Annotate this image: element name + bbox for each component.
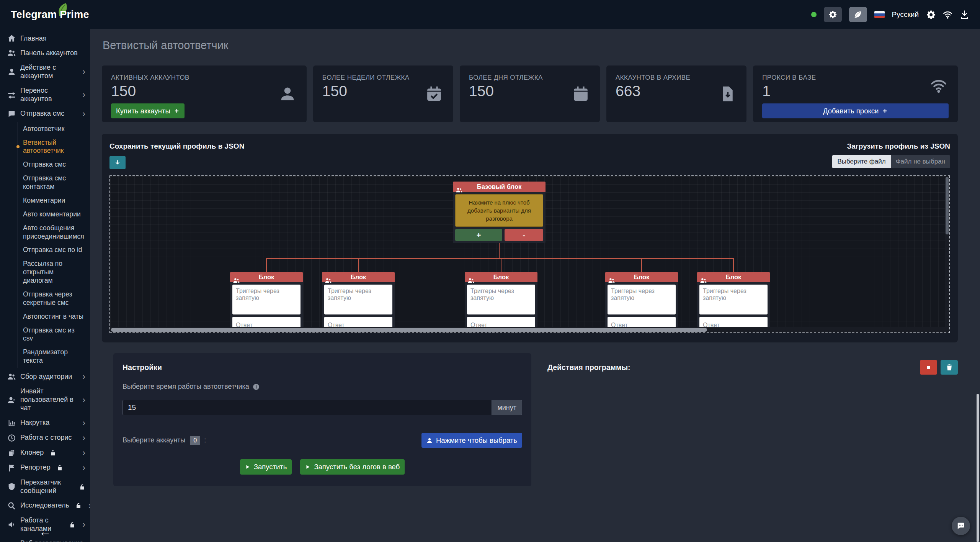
sidebar-subitem-comments[interactable]: Комментарии [18,194,87,208]
person-plus-icon [8,396,16,404]
triggers-textarea[interactable] [608,285,676,314]
calendar-icon [572,85,589,102]
flow-panel: Сохранить текущий профиль в JSON Загрузи… [102,134,958,342]
info-icon[interactable] [253,383,260,390]
stat-label: АКТИВНЫХ АККАУНТОВ [111,74,297,82]
gear-icon[interactable] [926,10,936,20]
canvas-horizontal-scrollbar[interactable] [110,327,949,332]
sidebar-subitem-secret-sms[interactable]: Отправка через секретные смс [18,288,87,310]
base-block-actions: + - [455,229,543,241]
stop-button[interactable] [920,360,937,375]
sidebar-item-send-sms[interactable]: Отправка смс › [0,106,90,121]
canvas-vertical-scrollbar[interactable] [945,176,949,327]
search-icon [8,502,16,510]
program-actions-buttons [920,360,958,375]
transfer-arrows-icon [8,91,16,99]
lock-open-icon [79,484,85,490]
play-icon [245,464,250,470]
stat-label: БОЛЕЕ ДНЯ ОТЛЕЖКА [469,74,591,82]
sidebar-subitem-broadcast-open-dialogs[interactable]: Рассылка по открытым диалогам [18,257,87,288]
stat-label: АККАУНТОВ В АРХИВЕ [616,74,737,82]
page-scrollbar[interactable] [977,394,979,542]
sidebar-item-home[interactable]: Главная [0,31,90,46]
sidebar-subitem-autoresponder[interactable]: Автоответчик [18,122,87,136]
brand-name: Telegram Prime [11,9,89,20]
choose-file-button[interactable]: Выберите файл [832,155,890,168]
settings-title: Настройки [122,363,522,372]
base-block[interactable]: Базовый блок Нажмите на плюс чтоб добави… [453,182,546,243]
shield-icon [8,483,16,491]
flow-block-3[interactable]: Блок [465,272,537,333]
flow-block-1[interactable]: Блок [230,272,303,333]
settings-panel: Настройки Выберите время работы автоотве… [113,353,531,486]
triggers-textarea[interactable] [699,285,768,314]
choose-accounts-button[interactable]: Нажмите чтобы выбрать [421,433,522,448]
chevron-right-icon: › [80,463,85,472]
program-actions-title: Действия программы: [547,363,958,372]
sidebar-item-researcher[interactable]: Исследователь › [0,498,90,513]
sidebar-item-audience-collection[interactable]: Сбор аудитории › [0,369,90,384]
accounts-label: Выберите аккаунты [122,436,185,444]
run-without-logs-button[interactable]: Запустить без логов в веб [300,459,405,474]
sidebar-item-invite-users[interactable]: Инвайт пользователей в чат › [0,384,90,416]
run-button[interactable]: Запустить [240,459,292,474]
flow-block-4[interactable]: Блок [605,272,678,333]
support-chat-button[interactable] [952,517,970,535]
sidebar-item-boosting[interactable]: Накрутка › [0,416,90,431]
status-dot [811,12,817,17]
download-icon[interactable] [960,10,969,20]
download-json-button[interactable] [109,156,126,169]
flow-block-2[interactable]: Блок [322,272,395,333]
flow-block-5[interactable]: Блок [697,272,770,333]
file-input[interactable]: Выберите файл Файл не выбран [832,155,950,168]
flow-canvas[interactable]: Базовый блок Нажмите на плюс чтоб добави… [109,175,950,333]
remove-branch-button[interactable]: - [505,229,543,241]
page-title: Ветвистый автоответчик [103,39,958,52]
bottom-row: Настройки Выберите время работы автоотве… [113,353,958,486]
flag-icon [8,464,16,472]
add-branch-button[interactable]: + [455,229,502,241]
main-content: Ветвистый автоответчик АКТИВНЫХ АККАУНТО… [90,29,980,542]
sidebar-subitem-send-sms-contacts[interactable]: Отправка смс контактам [18,172,87,194]
connector-line [266,258,267,273]
triggers-textarea[interactable] [324,285,392,314]
sidebar-item-message-interceptor[interactable]: Перехватчик сообщений [0,475,90,498]
sidebar-subitem-autoposting-chats[interactable]: Автопостинг в чаты [18,310,87,324]
sidebar-item-accounts-panel[interactable]: Панель аккаунтов [0,46,90,61]
clear-log-button[interactable] [941,360,958,375]
leaf-icon [854,10,862,19]
home-icon [8,34,16,43]
triggers-textarea[interactable] [467,285,535,314]
triggers-textarea[interactable] [232,285,301,314]
scrollbar-thumb[interactable] [946,177,949,234]
stat-value: 150 [111,83,297,100]
buy-accounts-button[interactable]: Купить аккаунты [111,103,185,118]
sidebar-item-cloner[interactable]: Клонер › [0,445,90,460]
users-icon [8,49,16,57]
sidebar-subitem-send-sms[interactable]: Отправка смс [18,158,87,172]
sidebar-subitem-text-randomizer[interactable]: Рандомизатор текста [18,346,87,368]
load-profile-label: Загрузить профиль из JSON [832,142,950,151]
plus-icon [174,108,180,114]
wifi-icon[interactable] [943,10,952,20]
chat-bubble-icon [8,110,16,118]
add-proxy-button[interactable]: Добавить прокси [762,103,949,118]
theme-button[interactable] [849,7,867,22]
sidebar-item-stories[interactable]: Работа с сторис › [0,431,90,445]
time-unit: минут [492,400,522,415]
sidebar-subitem-branching-autoresponder[interactable]: Ветвистый автоответчик [18,136,87,158]
language-selector[interactable]: Русский [892,10,919,19]
sidebar-item-account-transfer[interactable]: Перенос аккаунтов › [0,84,90,106]
sidebar-subitem-auto-messages-joined[interactable]: Авто сообщения присоединившимся [18,221,87,244]
send-sms-submenu: Автоответчик Ветвистый автоответчик Отпр… [18,122,87,368]
settings-button[interactable] [824,7,842,22]
sidebar-subitem-send-sms-by-id[interactable]: Отправка смс по id [18,243,87,257]
accounts-colon: : [204,436,206,444]
time-input[interactable] [122,400,492,415]
sidebar-subitem-auto-comments[interactable]: Авто комментарии [18,208,87,221]
sidebar-subitem-sms-from-csv[interactable]: Отправка смс из csv [18,324,87,346]
sidebar-collapse-button[interactable]: ← [0,525,90,538]
scrollbar-thumb[interactable] [111,328,707,332]
sidebar-item-reporter[interactable]: Репортер › [0,460,90,475]
sidebar-item-account-actions[interactable]: Действие с аккаунтом › [0,61,90,84]
